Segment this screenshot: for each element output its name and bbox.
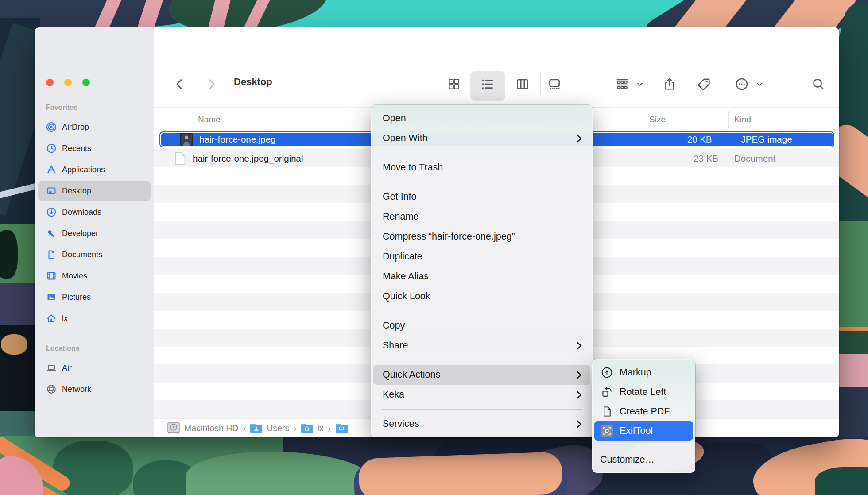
wallpaper-shape — [0, 411, 40, 438]
menu-item-compress[interactable]: Compress “hair-force-one.jpeg” — [373, 227, 590, 247]
menu-item-copy[interactable]: Copy — [373, 316, 590, 336]
context-menu: Open Open With Move to Trash Get Info Re… — [371, 105, 593, 437]
group-button[interactable] — [612, 73, 633, 95]
column-header-name[interactable]: Name — [198, 115, 221, 124]
exiftool-icon — [600, 424, 613, 437]
menu-item-keka[interactable]: Keka — [373, 385, 590, 405]
submenu-chevron-icon — [576, 134, 582, 143]
forward-button[interactable] — [201, 73, 222, 95]
sidebar-item-desktop[interactable]: Desktop — [38, 181, 151, 201]
menu-item-move-to-trash[interactable]: Move to Trash — [373, 158, 590, 178]
more-actions-button[interactable] — [731, 73, 752, 95]
pathbar-item-desktop[interactable] — [336, 424, 352, 433]
pathbar-item-macintosh-hd[interactable]: Macintosh HD — [167, 422, 238, 434]
menu-item-duplicate[interactable]: Duplicate — [373, 247, 590, 267]
hard-drive-icon — [167, 422, 180, 434]
sidebar-item-lx-home[interactable]: lx — [38, 309, 151, 328]
submenu-item-rotate-left[interactable]: Rotate Left — [594, 382, 693, 402]
sidebar-item-downloads[interactable]: Downloads — [38, 202, 151, 222]
view-columns-button[interactable] — [512, 73, 533, 95]
sidebar-item-pictures[interactable]: Pictures — [38, 287, 151, 307]
pathbar-separator: › — [328, 423, 331, 433]
sidebar-item-label: Developer — [62, 229, 98, 238]
menu-item-quick-look[interactable]: Quick Look — [373, 286, 590, 306]
sidebar-item-network[interactable]: Network — [38, 379, 151, 399]
submenu-item-customize[interactable]: Customize… — [594, 450, 693, 469]
create-pdf-icon — [600, 405, 613, 418]
users-folder-icon — [250, 424, 262, 433]
sidebar-item-movies[interactable]: Movies — [38, 266, 151, 286]
applications-icon — [46, 164, 57, 175]
submenu-item-create-pdf[interactable]: Create PDF — [594, 402, 693, 421]
wallpaper-shape — [1, 334, 27, 355]
menu-separator — [381, 409, 582, 410]
submenu-item-exiftool[interactable]: ExifTool — [594, 421, 693, 441]
downloads-icon — [46, 207, 57, 217]
pathbar-item-users[interactable]: Users — [250, 423, 289, 433]
submenu-chevron-icon — [576, 341, 582, 350]
close-window-button[interactable] — [46, 79, 54, 86]
column-header-kind[interactable]: Kind — [734, 115, 751, 124]
file-size: 23 KB — [694, 153, 718, 164]
sidebar-item-applications[interactable]: Applications — [38, 160, 151, 179]
more-chevron-icon — [753, 73, 766, 95]
column-divider[interactable] — [728, 111, 729, 128]
document-icon — [46, 249, 57, 260]
view-list-button[interactable] — [477, 73, 498, 95]
sidebar-item-label: Pictures — [62, 293, 91, 302]
menu-item-rename[interactable]: Rename — [373, 207, 590, 227]
wallpaper-shape — [0, 283, 40, 328]
submenu-chevron-icon — [576, 420, 582, 429]
submenu-item-markup[interactable]: Markup — [594, 363, 693, 382]
file-name: hair-force-one.jpeg — [200, 134, 276, 145]
menu-separator — [381, 182, 582, 182]
search-button[interactable] — [808, 73, 829, 95]
sidebar-item-developer[interactable]: Developer — [38, 224, 151, 243]
sidebar: Favorites AirDrop Recents Applications D… — [35, 27, 154, 437]
menu-item-services[interactable]: Services — [373, 414, 590, 434]
pathbar-separator: › — [243, 423, 246, 433]
wallpaper-shape — [815, 467, 868, 495]
menu-separator — [381, 153, 582, 153]
submenu-chevron-icon — [576, 371, 582, 379]
menu-item-share[interactable]: Share — [373, 336, 590, 356]
view-icons-button[interactable] — [443, 73, 465, 95]
menu-item-open-with[interactable]: Open With — [373, 128, 590, 148]
hammer-icon — [46, 228, 57, 239]
back-button[interactable] — [169, 73, 190, 95]
column-divider[interactable] — [643, 111, 643, 128]
view-gallery-button[interactable] — [544, 73, 565, 95]
submenu-chevron-icon — [576, 391, 582, 399]
minimize-window-button[interactable] — [64, 79, 72, 86]
pathbar-label: Users — [267, 423, 289, 433]
file-size: 20 KB — [687, 134, 712, 145]
tags-button[interactable] — [694, 73, 715, 95]
pathbar-item-lx[interactable]: lx — [301, 423, 324, 433]
menu-item-get-info[interactable]: Get Info — [373, 187, 590, 207]
sidebar-item-recents[interactable]: Recents — [38, 139, 151, 158]
desktop-icon — [46, 186, 57, 196]
film-icon — [46, 271, 57, 281]
column-header-size[interactable]: Size — [649, 115, 666, 124]
sidebar-item-label: AirDrop — [62, 123, 89, 132]
jpeg-thumbnail-icon — [180, 133, 193, 146]
quick-actions-submenu: Markup Rotate Left Create PDF ExifTool C… — [592, 359, 695, 473]
document-file-icon — [175, 152, 186, 165]
menu-separator — [381, 311, 582, 311]
sidebar-item-label: Network — [62, 385, 91, 394]
sidebar-item-airdrop[interactable]: AirDrop — [38, 117, 151, 137]
sidebar-item-label: Movies — [62, 271, 87, 281]
wallpaper-shape — [358, 452, 563, 495]
sidebar-item-air[interactable]: Air — [38, 358, 151, 378]
file-kind: Document — [734, 153, 775, 164]
sidebar-item-label: Air — [62, 364, 72, 373]
zoom-window-button[interactable] — [82, 79, 90, 86]
menu-item-open[interactable]: Open — [373, 108, 590, 128]
pictures-icon — [46, 292, 57, 302]
menu-item-quick-actions[interactable]: Quick Actions — [373, 365, 590, 385]
sidebar-item-documents[interactable]: Documents — [38, 245, 151, 264]
menu-item-make-alias[interactable]: Make Alias — [373, 267, 590, 286]
pathbar-label: lx — [318, 423, 324, 433]
share-button[interactable] — [659, 73, 680, 95]
pathbar-label: Macintosh HD — [184, 423, 238, 433]
